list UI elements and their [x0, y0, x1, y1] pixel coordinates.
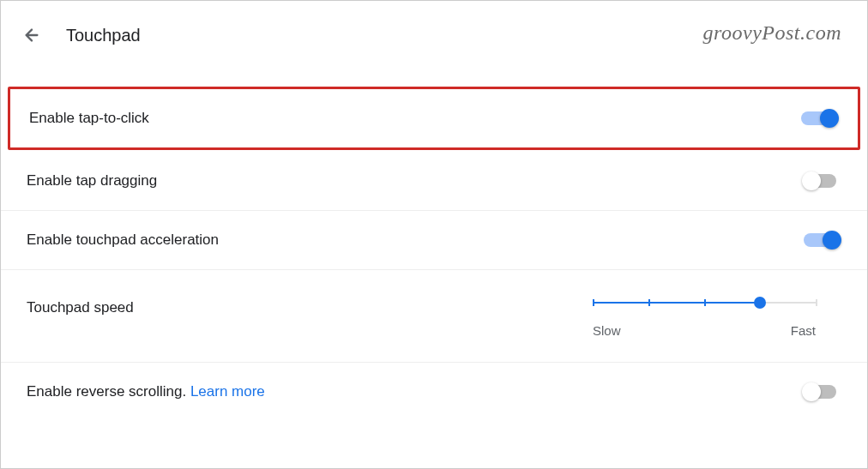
back-arrow-icon[interactable] [21, 25, 42, 45]
page-title: Touchpad [66, 26, 141, 45]
setting-reverse-scrolling: Enable reverse scrolling. Learn more [1, 363, 867, 421]
setting-label: Enable tap-to-click [29, 110, 149, 127]
slider-labels: Slow Fast [593, 323, 816, 338]
setting-label: Enable reverse scrolling. Learn more [27, 383, 265, 400]
setting-label: Enable touchpad acceleration [27, 231, 219, 249]
settings-list: Enable tap-to-click Enable tap dragging … [1, 87, 867, 421]
slider-max-label: Fast [791, 323, 816, 338]
setting-label: Enable tap dragging [27, 172, 157, 189]
slider-min-label: Slow [593, 323, 621, 338]
tap-to-click-toggle[interactable] [801, 110, 839, 127]
setting-tap-dragging: Enable tap dragging [1, 152, 867, 211]
watermark-text: groovyPost.com [703, 21, 841, 45]
touchpad-speed-slider[interactable] [593, 294, 816, 311]
learn-more-link[interactable]: Learn more [190, 383, 265, 400]
tap-dragging-toggle[interactable] [804, 172, 841, 189]
setting-touchpad-acceleration: Enable touchpad acceleration [1, 211, 867, 270]
setting-label: Touchpad speed [27, 294, 134, 316]
setting-touchpad-speed: Touchpad speed Slow Fast [1, 270, 867, 363]
reverse-scrolling-toggle[interactable] [804, 383, 841, 400]
touchpad-acceleration-toggle[interactable] [804, 231, 841, 249]
setting-tap-to-click: Enable tap-to-click [8, 87, 860, 150]
